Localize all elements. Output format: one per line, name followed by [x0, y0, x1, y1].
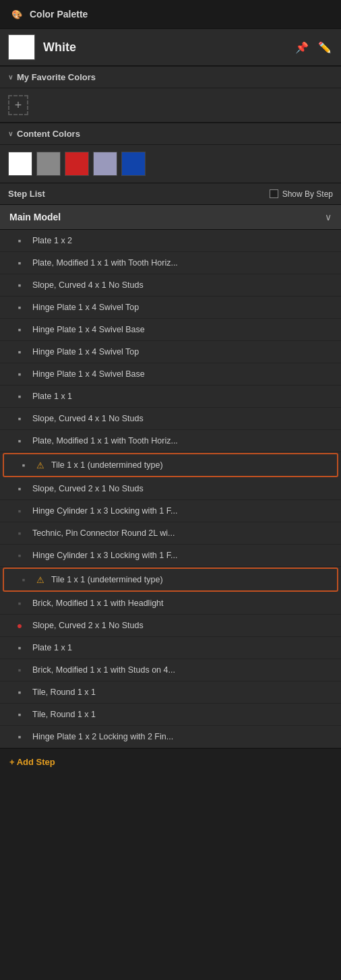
main-model-dropdown[interactable]: Main Model ∨ — [0, 205, 341, 230]
part-icon: ▪ — [13, 664, 26, 676]
part-name: Plate, Modified 1 x 1 with Tooth Horiz..… — [32, 436, 332, 446]
part-icon: ▪ — [13, 731, 26, 743]
add-favorite-color-button[interactable]: + — [8, 95, 28, 115]
part-icon: ▪ — [13, 368, 26, 380]
step-list-row: Step List Show By Step — [0, 183, 341, 205]
list-item[interactable]: ▪ Plate 1 x 2 — [0, 230, 341, 252]
part-name: Slope, Curved 4 x 1 No Studs — [32, 414, 332, 423]
part-name: Tile 1 x 1 (undetermined type) — [51, 460, 328, 470]
show-by-step-label: Show By Step — [282, 189, 333, 199]
list-item[interactable]: ▪ Tile, Round 1 x 1 — [0, 704, 341, 726]
part-name: Slope, Curved 2 x 1 No Studs — [32, 621, 332, 630]
step-list-label: Step List — [8, 189, 45, 199]
part-icon: ▪ — [18, 459, 30, 471]
edit-button[interactable]: ✏️ — [317, 40, 333, 55]
part-icon: ▪ — [13, 505, 26, 517]
list-item[interactable]: ▪ Hinge Cylinder 1 x 3 Locking with 1 F.… — [0, 545, 341, 567]
add-step-footer: + Add Step — [0, 748, 341, 775]
part-icon: ▪ — [13, 708, 26, 721]
part-name: Hinge Plate 1 x 4 Swivel Top — [32, 303, 332, 312]
part-icon: ▪ — [13, 435, 26, 447]
part-icon: ▪ — [13, 642, 26, 654]
pin-button[interactable]: 📌 — [294, 40, 310, 55]
add-step-button[interactable]: + Add Step — [9, 757, 55, 767]
favorite-colors-label: My Favorite Colors — [17, 72, 96, 82]
content-colors-label: Content Colors — [17, 129, 80, 139]
part-name: Tile, Round 1 x 1 — [32, 687, 332, 697]
part-name: Technic, Pin Connector Round 2L wi... — [32, 528, 332, 538]
part-name: Brick, Modified 1 x 1 with Headlight — [32, 599, 332, 608]
part-name: Hinge Cylinder 1 x 3 Locking with 1 F... — [32, 551, 332, 560]
part-icon: ● — [13, 619, 26, 632]
part-icon: ▪ — [13, 346, 26, 358]
content-color-white[interactable] — [8, 152, 32, 176]
list-item[interactable]: ▪ Plate, Modified 1 x 1 with Tooth Horiz… — [0, 252, 341, 274]
part-name: Plate 1 x 1 — [32, 392, 332, 401]
list-item[interactable]: ▪ Brick, Modified 1 x 1 with Studs on 4.… — [0, 659, 341, 681]
part-icon: ▪ — [18, 574, 30, 586]
part-icon: ▪ — [13, 412, 26, 425]
content-colors-area — [0, 145, 341, 183]
list-item[interactable]: ▪ Brick, Modified 1 x 1 with Headlight — [0, 592, 341, 615]
list-item[interactable]: ▪ Hinge Plate 1 x 4 Swivel Base — [0, 363, 341, 386]
part-name: Hinge Plate 1 x 2 Locking with 2 Fin... — [32, 732, 332, 741]
list-item[interactable]: ▪ Plate 1 x 1 — [0, 386, 341, 408]
warning-icon: ⚠ — [36, 460, 44, 470]
list-item[interactable]: ▪ Hinge Plate 1 x 4 Swivel Top — [0, 341, 341, 363]
selected-color-row: White 📌 ✏️ — [0, 29, 341, 66]
part-name: Tile, Round 1 x 1 — [32, 710, 332, 719]
list-item[interactable]: ▪ Tile, Round 1 x 1 — [0, 681, 341, 704]
dropdown-arrow-icon: ∨ — [325, 212, 332, 222]
part-name: Slope, Curved 4 x 1 No Studs — [32, 280, 332, 290]
color-swatch[interactable] — [8, 34, 35, 60]
add-step-label: + Add Step — [9, 757, 55, 767]
part-icon: ▪ — [13, 324, 26, 336]
favorite-colors-section-header[interactable]: ∨ My Favorite Colors — [0, 66, 341, 88]
part-name: Tile 1 x 1 (undetermined type) — [51, 575, 328, 584]
part-name: Hinge Plate 1 x 4 Swivel Top — [32, 347, 332, 357]
list-item[interactable]: ▪ Plate, Modified 1 x 1 with Tooth Horiz… — [0, 430, 341, 452]
part-icon: ▪ — [13, 390, 26, 402]
part-icon: ▪ — [13, 235, 26, 247]
list-item[interactable]: ▪ Slope, Curved 4 x 1 No Studs — [0, 408, 341, 430]
content-color-blue[interactable] — [121, 152, 146, 176]
content-color-lightbluegray[interactable] — [93, 152, 117, 176]
panel-title: Color Palette — [30, 9, 88, 20]
content-color-gray[interactable] — [36, 152, 61, 176]
list-item[interactable]: ● Slope, Curved 2 x 1 No Studs — [0, 615, 341, 637]
list-item[interactable]: ▪ Slope, Curved 4 x 1 No Studs — [0, 274, 341, 297]
warning-icon: ⚠ — [36, 575, 44, 585]
list-item[interactable]: ▪ Slope, Curved 2 x 1 No Studs — [0, 478, 341, 500]
show-by-step-checkbox[interactable] — [270, 189, 278, 198]
content-color-red[interactable] — [65, 152, 89, 176]
list-item[interactable]: ▪ Hinge Plate 1 x 2 Locking with 2 Fin..… — [0, 726, 341, 748]
content-colors-section-header[interactable]: ∨ Content Colors — [0, 123, 341, 145]
part-name: Hinge Plate 1 x 4 Swivel Base — [32, 325, 332, 334]
main-model-label: Main Model — [9, 212, 61, 222]
show-by-step: Show By Step — [270, 189, 333, 199]
part-name: Plate 1 x 2 — [32, 236, 332, 245]
part-name: Hinge Cylinder 1 x 3 Locking with 1 F... — [32, 506, 332, 516]
part-icon: ▪ — [13, 549, 26, 561]
part-icon: ▪ — [13, 597, 26, 609]
part-name: Hinge Plate 1 x 4 Swivel Base — [32, 369, 332, 379]
part-icon: ▪ — [13, 483, 26, 495]
list-item-warning[interactable]: ▪ ⚠ Tile 1 x 1 (undetermined type) — [3, 568, 338, 592]
part-icon: ▪ — [13, 686, 26, 698]
list-item-warning[interactable]: ▪ ⚠ Tile 1 x 1 (undetermined type) — [3, 453, 338, 477]
list-item[interactable]: ▪ Hinge Cylinder 1 x 3 Locking with 1 F.… — [0, 500, 341, 522]
list-item[interactable]: ▪ Plate 1 x 1 — [0, 637, 341, 659]
part-icon: ▪ — [13, 257, 26, 269]
part-icon: ▪ — [13, 279, 26, 291]
part-name: Plate, Modified 1 x 1 with Tooth Horiz..… — [32, 258, 332, 268]
palette-icon: 🎨 — [9, 7, 24, 22]
content-colors-chevron: ∨ — [8, 130, 13, 137]
part-name: Slope, Curved 2 x 1 No Studs — [32, 484, 332, 493]
list-item[interactable]: ▪ Hinge Plate 1 x 4 Swivel Top — [0, 297, 341, 319]
list-item[interactable]: ▪ Hinge Plate 1 x 4 Swivel Base — [0, 319, 341, 341]
list-item[interactable]: ▪ Technic, Pin Connector Round 2L wi... — [0, 522, 341, 545]
panel-header: 🎨 Color Palette — [0, 0, 341, 29]
toolbar-icons: 📌 ✏️ — [294, 40, 333, 55]
favorite-colors-area: + — [0, 88, 341, 123]
part-name: Plate 1 x 1 — [32, 643, 332, 652]
